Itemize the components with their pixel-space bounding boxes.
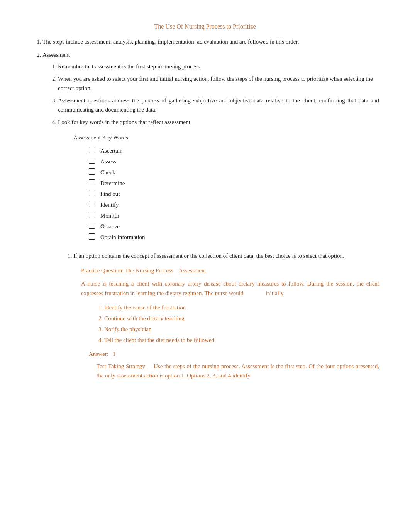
bullet-icon (89, 212, 95, 218)
assessment-sub-item-3: Assessment questions address the process… (58, 96, 379, 114)
outer-list-item-1: The steps include assessment, analysis, … (42, 37, 379, 46)
bullet-icon (89, 190, 95, 196)
practice-option-3: Notify the physician (104, 325, 379, 334)
answer-label: Answer: 1 (89, 349, 379, 359)
assessment-sub-item-4: Look for key words in the options that r… (58, 117, 379, 127)
practice-option-4: Tell the client that the diet needs to b… (104, 335, 379, 345)
outer-list-item-2: Assessment Remember that assessment is t… (42, 50, 379, 381)
keyword-check: Check (89, 168, 379, 177)
keyword-monitor: Monitor (89, 211, 379, 220)
keyword-find-out: Find out (89, 189, 379, 199)
bullet-icon (89, 147, 95, 153)
assessment-keywords-label: Assessment Key Words; (42, 133, 379, 142)
practice-options-list: Identify the cause of the frustration Co… (81, 303, 379, 345)
assessment-sub-list: Remember that assessment is the first st… (42, 62, 379, 127)
keyword-assess: Assess (89, 157, 379, 166)
bullet-icon (89, 168, 95, 175)
practice-option-2: Continue with the dietary teaching (104, 314, 379, 323)
keyword-ascertain: Ascertain (89, 146, 379, 155)
outer-list: The steps include assessment, analysis, … (31, 37, 379, 381)
subsection-list: If an option contains the concept of ass… (42, 251, 379, 381)
strategy-block: Test-Taking Strategy: Use the steps of t… (89, 362, 379, 381)
outer-item-2-label: Assessment (42, 52, 70, 58)
assessment-sub-item-1: Remember that assessment is the first st… (58, 62, 379, 71)
assessment-sub-item-2: When you are asked to select your first … (58, 74, 379, 93)
practice-option-1: Identify the cause of the frustration (104, 303, 379, 312)
gap-spacer (245, 289, 264, 298)
keyword-determine: Determine (89, 178, 379, 188)
bullet-icon (89, 158, 95, 164)
practice-question-body: A nurse is teaching a client with corona… (81, 279, 379, 298)
practice-question-block: Practice Question: The Nursing Process –… (73, 266, 379, 381)
bullet-icon (89, 233, 95, 240)
outer-item-1-text: The steps include assessment, analysis, … (42, 39, 299, 45)
bullet-icon (89, 223, 95, 229)
practice-question-title: Practice Question: The Nursing Process –… (81, 266, 379, 275)
subsection-item-1: If an option contains the concept of ass… (73, 251, 379, 381)
page-container: The Use Of Nursing Process to Prioritize… (31, 23, 379, 381)
page-title: The Use Of Nursing Process to Prioritize (31, 23, 379, 30)
answer-block: Answer: 1 Test-Taking Strategy: Use the … (81, 349, 379, 381)
assessment-keywords-list: Ascertain Assess Check Determine Find ou… (42, 146, 379, 242)
bullet-icon (89, 179, 95, 185)
bullet-icon (89, 201, 95, 207)
keyword-obtain: Obtain information (89, 233, 379, 242)
keyword-identify: Identify (89, 200, 379, 209)
keyword-observe: Observe (89, 222, 379, 231)
